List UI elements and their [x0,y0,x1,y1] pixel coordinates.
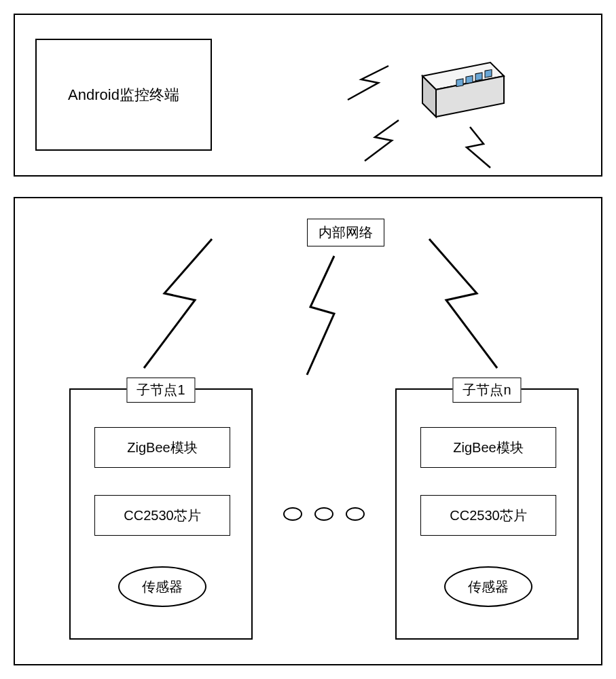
cc2530-chip-box: CC2530芯片 [420,495,556,536]
router-icon [409,56,511,130]
signal-bolt-icon [456,124,497,171]
zigbee-module-box: ZigBee模块 [420,427,556,468]
child-node-title-text: 子节点1 [137,382,185,397]
dot-icon [346,507,365,521]
cc2530-chip-label: CC2530芯片 [450,507,526,525]
android-terminal-box: Android监控终端 [35,39,212,151]
signal-bolt-icon [416,232,511,382]
svg-rect-5 [475,73,482,81]
ellipsis-dots [283,507,365,521]
sensor-ellipse: 传感器 [444,566,532,607]
android-terminal-label: Android监控终端 [68,85,179,105]
dot-icon [283,507,302,521]
svg-rect-6 [485,69,492,77]
dot-icon [314,507,333,521]
bottom-panel: 内部网络 子节点1 ZigBee模块 CC2530芯片 传感器 子节点n [14,197,602,665]
sensor-label: 传感器 [468,578,509,596]
top-panel: Android监控终端 [14,14,602,177]
svg-rect-3 [456,79,463,87]
sensor-label: 传感器 [142,578,183,596]
child-node-title: 子节点1 [126,378,195,403]
child-node-box: 子节点1 ZigBee模块 CC2530芯片 传感器 [69,388,253,640]
inner-network-text: 内部网络 [319,225,373,240]
zigbee-module-label: ZigBee模块 [453,439,523,457]
signal-bolt-icon [341,62,395,103]
signal-bolt-icon [130,232,225,382]
svg-rect-4 [466,75,473,84]
signal-bolt-icon [293,253,355,382]
child-node-title: 子节点n [452,378,521,403]
cc2530-chip-label: CC2530芯片 [124,507,200,525]
zigbee-module-label: ZigBee模块 [127,439,197,457]
signal-bolt-icon [361,117,409,164]
inner-network-label: 内部网络 [307,219,384,246]
child-node-title-text: 子节点n [463,382,511,397]
zigbee-module-box: ZigBee模块 [94,427,230,468]
cc2530-chip-box: CC2530芯片 [94,495,230,536]
child-node-box: 子节点n ZigBee模块 CC2530芯片 传感器 [395,388,579,640]
sensor-ellipse: 传感器 [118,566,206,607]
